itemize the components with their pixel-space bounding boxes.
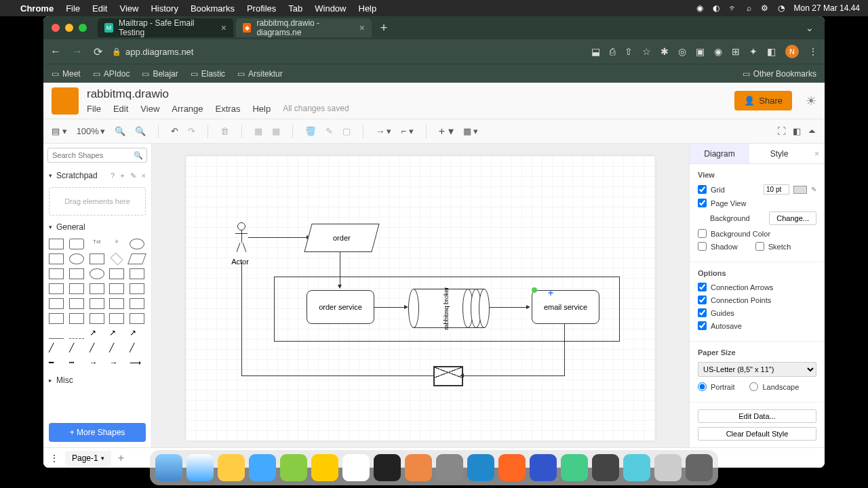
edge[interactable] — [374, 307, 406, 308]
shape[interactable] — [69, 313, 84, 324]
shape[interactable] — [69, 268, 84, 279]
close-window[interactable] — [52, 24, 60, 32]
shape[interactable] — [90, 253, 104, 264]
close-tab-icon[interactable]: × — [359, 22, 365, 33]
undo-icon[interactable]: ↶ — [171, 126, 178, 136]
dock-terminal-icon[interactable] — [374, 454, 401, 481]
shape[interactable]: → — [90, 358, 104, 369]
node-order-service[interactable]: order service — [307, 290, 374, 324]
canvas[interactable]: Actor order order service rabbitmq b — [186, 156, 655, 441]
edit-data-button[interactable]: Edit Data... — [698, 409, 816, 423]
tab-style[interactable]: Style — [749, 144, 809, 163]
forward-icon[interactable]: → — [72, 45, 83, 58]
dock-safari-icon[interactable] — [186, 454, 214, 481]
app-menu-help[interactable]: Help — [252, 104, 271, 114]
edge[interactable] — [463, 375, 565, 376]
page-tab[interactable]: Page-1 ▾ — [65, 451, 111, 466]
bookmark-apidoc[interactable]: ▭ APIdoc — [93, 69, 130, 79]
shape[interactable] — [127, 253, 146, 264]
edge[interactable] — [241, 375, 433, 376]
reload-icon[interactable]: ⟳ — [94, 45, 102, 58]
help-icon[interactable]: ? — [111, 171, 115, 180]
shape[interactable] — [49, 268, 64, 279]
page-view-icon[interactable]: ▤ ▾ — [52, 126, 67, 136]
app-name[interactable]: Chrome — [20, 3, 54, 14]
shape[interactable] — [109, 283, 124, 294]
other-bookmarks[interactable]: ▭ Other Bookmarks — [743, 69, 816, 79]
dock-vscode-icon[interactable] — [530, 454, 557, 481]
fullscreen-icon[interactable]: ⛶ — [777, 126, 786, 136]
ext-icon[interactable]: ◎ — [678, 46, 686, 57]
grid-checkbox[interactable] — [698, 185, 707, 194]
shape[interactable] — [69, 328, 84, 339]
plus-handle-icon[interactable]: + — [548, 287, 553, 298]
shape[interactable]: ━ — [49, 358, 64, 369]
siri-icon[interactable]: ◔ — [778, 3, 785, 13]
to-front-icon[interactable]: ▦ — [254, 126, 262, 136]
extensions-icon[interactable]: ✦ — [749, 46, 757, 57]
sketch-checkbox[interactable] — [755, 242, 764, 251]
grid-size-input[interactable] — [764, 184, 789, 195]
share-button[interactable]: 👤 Share — [734, 91, 792, 110]
menu-tab[interactable]: Tab — [288, 3, 302, 14]
install-icon[interactable]: ⬓ — [591, 46, 600, 57]
menu-help[interactable]: Help — [359, 3, 377, 14]
shape[interactable] — [109, 268, 124, 279]
close-tab-icon[interactable]: × — [221, 22, 226, 33]
change-bg-button[interactable]: Change... — [769, 211, 816, 225]
shape[interactable] — [49, 283, 64, 294]
profile-avatar[interactable]: N — [785, 45, 799, 58]
shape[interactable] — [111, 253, 123, 266]
fill-icon[interactable]: 🪣 — [305, 126, 316, 136]
shape-ellipse[interactable] — [130, 239, 144, 249]
bookmark-elastic[interactable]: ▭ Elastic — [191, 69, 225, 79]
app-menu-edit[interactable]: Edit — [113, 104, 128, 114]
to-back-icon[interactable]: ▦ — [272, 126, 280, 136]
insert-icon[interactable]: + ▾ — [439, 125, 454, 138]
shape[interactable] — [109, 298, 124, 309]
actor-shape[interactable] — [235, 222, 248, 251]
shape[interactable] — [49, 298, 64, 309]
share-icon[interactable]: ⇧ — [625, 46, 633, 57]
dock-app-icon[interactable] — [561, 454, 588, 481]
canvas-area[interactable]: Actor order order service rabbitmq b — [152, 144, 689, 447]
shape[interactable]: ↗ — [109, 328, 124, 339]
close-panel-icon[interactable]: × — [809, 144, 825, 163]
shadow-checkbox[interactable] — [698, 242, 707, 251]
maximize-window[interactable] — [79, 24, 87, 32]
minimize-window[interactable] — [65, 24, 73, 32]
dock-finder-icon[interactable] — [155, 454, 182, 481]
ext-icon[interactable]: ✱ — [660, 46, 669, 57]
shape[interactable]: ╱ — [130, 343, 144, 354]
dock-app-icon[interactable] — [623, 454, 650, 481]
app-menu-view[interactable]: View — [140, 104, 159, 114]
dock-launchpad-icon[interactable] — [405, 454, 432, 481]
dock-calendar-icon[interactable] — [342, 454, 370, 481]
waypoint-icon[interactable]: ⌐ ▾ — [401, 126, 414, 136]
dock-photos-icon[interactable] — [280, 454, 307, 481]
scratchpad-header[interactable]: ▾Scratchpad ? + ✎ × — [43, 167, 151, 184]
menu-history[interactable]: History — [151, 3, 178, 14]
shape[interactable]: → — [109, 358, 124, 369]
back-icon[interactable]: ← — [50, 45, 61, 58]
doc-title[interactable]: rabbitmq.drawio — [87, 87, 726, 101]
record-icon[interactable]: ◉ — [696, 3, 703, 13]
close-icon[interactable]: × — [142, 171, 146, 180]
picture-icon[interactable]: ⎙ — [610, 46, 615, 57]
shape[interactable] — [130, 298, 144, 309]
shape[interactable] — [109, 313, 124, 324]
shape[interactable]: ┅ — [69, 358, 84, 369]
app-menu-arrange[interactable]: Arrange — [172, 104, 203, 114]
shape[interactable] — [130, 313, 144, 324]
shape[interactable]: ↗ — [90, 328, 104, 339]
zoom-in-icon[interactable]: 🔍 — [115, 126, 125, 136]
url-field[interactable]: 🔒 app.diagrams.net — [112, 47, 582, 57]
dock-downloads-icon[interactable] — [654, 454, 682, 481]
edge[interactable] — [490, 307, 528, 308]
shape-text[interactable]: Txt — [90, 239, 104, 249]
shape[interactable] — [69, 253, 84, 264]
conn-arrows-checkbox[interactable] — [698, 283, 707, 291]
node-broker[interactable]: rabbitmq broker — [408, 289, 490, 328]
shape[interactable]: ╱ — [49, 343, 64, 354]
shape[interactable] — [49, 313, 64, 324]
